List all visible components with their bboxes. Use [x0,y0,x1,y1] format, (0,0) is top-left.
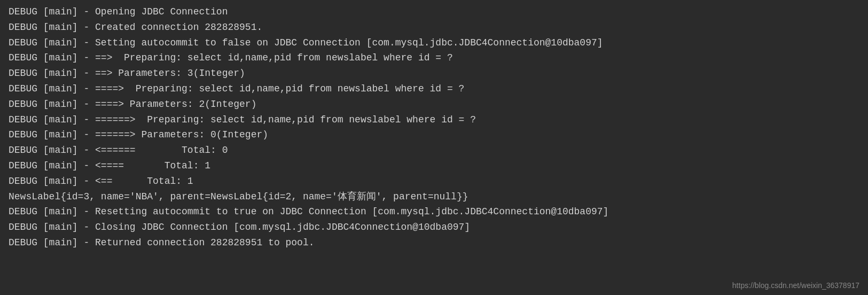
console-output: DEBUG [main] - Opening JDBC ConnectionDE… [0,0,868,255]
log-line: DEBUG [main] - ====> Parameters: 2(Integ… [9,97,859,112]
log-line: NewsLabel{id=3, name='NBA', parent=NewsL… [9,189,859,205]
log-line: DEBUG [main] - ======> Parameters: 0(Int… [9,127,859,143]
log-line: DEBUG [main] - Resetting autocommit to t… [9,204,859,220]
log-line: DEBUG [main] - <== Total: 1 [9,174,859,189]
log-line: DEBUG [main] - ======> Preparing: select… [9,112,859,128]
watermark: https://blog.csdn.net/weixin_36378917 [732,281,859,290]
log-line: DEBUG [main] - <====== Total: 0 [9,143,859,158]
log-line: DEBUG [main] - ==> Preparing: select id,… [9,50,859,66]
log-line: DEBUG [main] - Closing JDBC Connection [… [9,220,859,235]
log-line: DEBUG [main] - ====> Preparing: select i… [9,81,859,97]
log-line: DEBUG [main] - Opening JDBC Connection [9,4,859,20]
log-line: DEBUG [main] - Returned connection 28282… [9,235,859,251]
log-line: DEBUG [main] - ==> Parameters: 3(Integer… [9,66,859,81]
log-line: DEBUG [main] - <==== Total: 1 [9,158,859,174]
log-line: DEBUG [main] - Created connection 282828… [9,20,859,35]
log-line: DEBUG [main] - Setting autocommit to fal… [9,35,859,51]
